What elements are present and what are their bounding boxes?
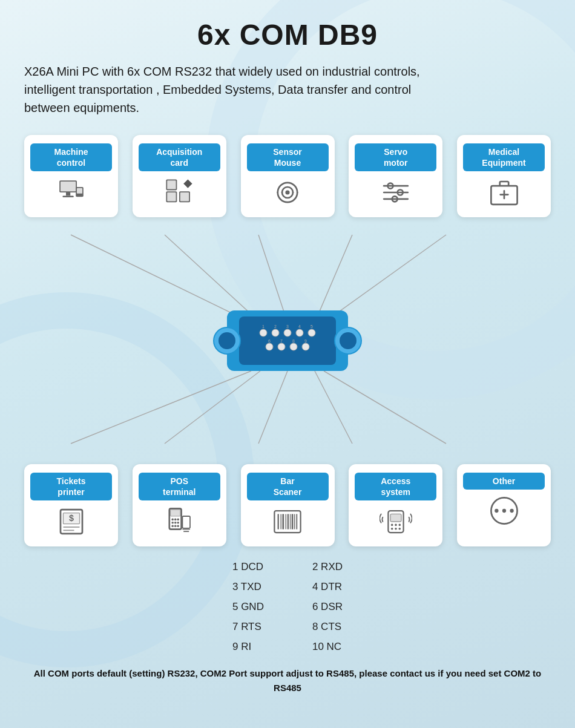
svg-point-64 — [172, 519, 174, 521]
svg-point-23 — [285, 191, 289, 195]
pos-icon — [163, 505, 196, 538]
card-label-access: Accesssystem — [355, 473, 436, 500]
pin-legend: 1 DCD 3 TXD 5 GND 7 RTS 9 RI 2 RXD 4 DTR… — [24, 559, 551, 655]
card-label-pos: POSterminal — [139, 473, 220, 500]
card-label-medical: MedicalEquipment — [463, 143, 545, 171]
medical-icon — [488, 176, 521, 209]
pin-col-left: 1 DCD 3 TXD 5 GND 7 RTS 9 RI — [232, 559, 264, 655]
svg-rect-21 — [167, 181, 176, 189]
pin-10: 10 NC — [312, 638, 343, 656]
card-label-bar: BarScaner — [247, 473, 329, 500]
svg-rect-19 — [180, 192, 189, 201]
svg-line-9 — [324, 371, 446, 444]
pin-col-right: 2 RXD 4 DTR 6 DSR 8 CTS 10 NC — [312, 559, 343, 655]
top-device-row: Machinecontrol Acquisitioncard — [24, 135, 551, 217]
card-label-other: Other — [463, 473, 545, 490]
sensor-icon — [271, 176, 304, 209]
svg-line-8 — [315, 371, 352, 444]
svg-point-44 — [266, 343, 273, 350]
svg-text:6: 6 — [268, 339, 271, 343]
svg-text:8: 8 — [292, 339, 295, 343]
svg-point-66 — [177, 519, 180, 521]
svg-point-95 — [494, 509, 498, 513]
pin-9: 9 RI — [232, 638, 264, 656]
svg-point-65 — [174, 519, 177, 521]
svg-point-67 — [172, 522, 174, 524]
bottom-device-row: Ticketsprinter $ POSterminal — [24, 464, 551, 546]
card-label-acquisition: Acquisitioncard — [139, 143, 220, 171]
svg-text:3: 3 — [286, 324, 289, 329]
svg-text:2: 2 — [274, 324, 277, 329]
svg-point-71 — [174, 525, 177, 527]
machine-control-icon — [55, 176, 88, 209]
card-bar-scanner: BarScaner — [241, 464, 335, 546]
svg-rect-34 — [239, 316, 336, 365]
card-machine-control: Machinecontrol — [24, 135, 118, 217]
svg-text:9: 9 — [304, 339, 307, 343]
svg-point-88 — [391, 524, 393, 526]
barcode-icon — [271, 505, 304, 538]
pin-3: 3 TXD — [232, 579, 264, 596]
card-other: Other — [457, 464, 551, 546]
svg-point-45 — [278, 343, 285, 350]
pin-5: 5 GND — [232, 598, 264, 616]
svg-line-6 — [165, 371, 260, 444]
card-label-machine: Machinecontrol — [30, 143, 112, 171]
description-text: X26A Mini PC with 6x COM RS232 that wide… — [24, 62, 436, 117]
card-label-servo: Servomotor — [355, 143, 436, 171]
pin-4: 4 DTR — [312, 579, 343, 596]
pin-8: 8 CTS — [312, 618, 343, 636]
svg-point-38 — [340, 332, 356, 349]
card-label-tickets: Ticketsprinter — [30, 473, 112, 500]
svg-text:7: 7 — [280, 339, 283, 343]
card-sensor-mouse: SensorMouse — [241, 135, 335, 217]
svg-marker-22 — [183, 180, 192, 188]
diagram-area: Machinecontrol Acquisitioncard — [24, 135, 551, 546]
card-servo-motor: Servomotor — [349, 135, 442, 217]
card-medical: MedicalEquipment — [457, 135, 551, 217]
pin-7: 7 RTS — [232, 618, 264, 636]
svg-point-91 — [391, 528, 393, 530]
pin-1: 1 DCD — [232, 559, 264, 576]
other-icon — [488, 494, 521, 527]
svg-rect-17 — [167, 192, 176, 201]
card-access-system: Accesssystem — [349, 464, 442, 546]
card-label-sensor: SensorMouse — [247, 143, 329, 171]
pin-6: 6 DSR — [312, 598, 343, 616]
svg-point-42 — [296, 329, 303, 336]
svg-point-46 — [290, 343, 297, 350]
access-icon — [380, 505, 412, 538]
svg-point-89 — [395, 524, 397, 526]
svg-point-90 — [398, 524, 401, 526]
svg-rect-87 — [390, 514, 401, 522]
svg-point-47 — [302, 343, 309, 350]
db9-connector: 1 2 3 4 5 6 7 8 9 — [209, 301, 366, 380]
svg-rect-63 — [171, 510, 180, 516]
svg-text:1: 1 — [262, 324, 264, 329]
svg-text:4: 4 — [298, 324, 301, 329]
svg-point-72 — [177, 525, 180, 527]
svg-rect-12 — [66, 192, 70, 195]
svg-point-68 — [174, 522, 177, 524]
svg-text:$: $ — [68, 513, 73, 523]
footer-note: All COM ports default (setting) RS232, C… — [24, 666, 551, 695]
svg-rect-73 — [183, 516, 191, 528]
pin-2: 2 RXD — [312, 559, 343, 576]
svg-rect-15 — [77, 188, 82, 194]
printer-icon: $ — [55, 505, 88, 538]
svg-rect-13 — [62, 196, 73, 198]
acquisition-icon — [163, 176, 196, 209]
svg-point-70 — [172, 525, 174, 527]
page-title: 6x COM DB9 — [24, 18, 551, 51]
card-pos-terminal: POSterminal — [133, 464, 226, 546]
svg-point-40 — [272, 329, 279, 336]
svg-point-93 — [398, 528, 401, 530]
svg-rect-11 — [61, 182, 76, 191]
svg-text:5: 5 — [310, 324, 313, 329]
svg-point-41 — [284, 329, 291, 336]
svg-point-36 — [218, 332, 235, 349]
svg-point-97 — [510, 509, 513, 513]
card-acquisition: Acquisitioncard — [133, 135, 226, 217]
svg-line-5 — [71, 371, 251, 444]
servo-icon — [380, 176, 412, 209]
